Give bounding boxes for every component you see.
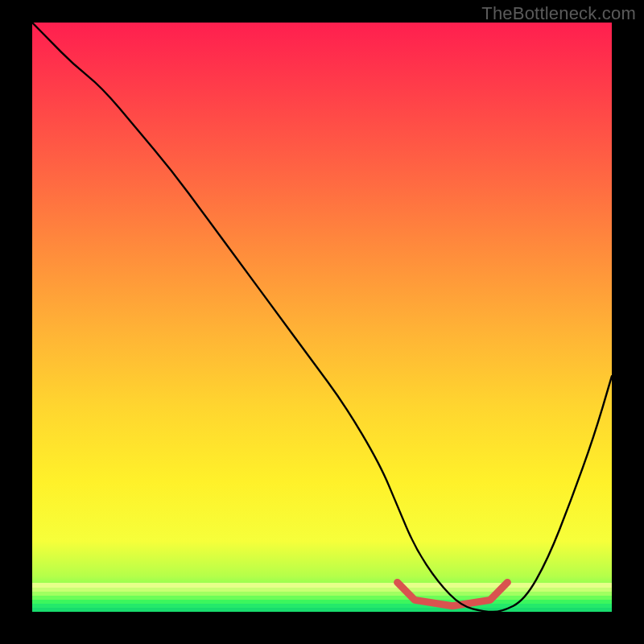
plot-area [32,23,612,612]
chart-frame: TheBottleneck.com [0,0,644,644]
curve-svg [32,23,612,612]
bottleneck-curve [32,23,612,612]
watermark-text: TheBottleneck.com [481,3,636,24]
optimal-range-highlight [398,582,508,605]
